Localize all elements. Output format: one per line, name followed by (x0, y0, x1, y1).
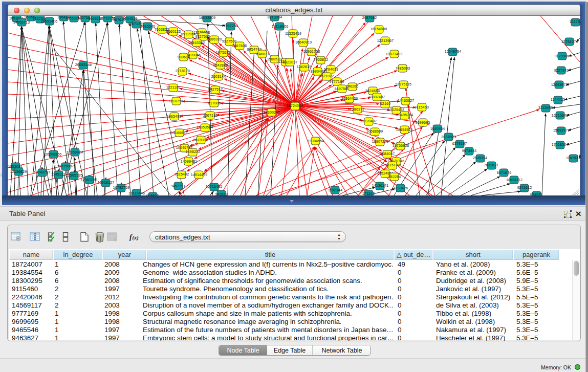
svg-text:12505135: 12505135 (66, 173, 83, 177)
svg-text:8186328: 8186328 (207, 37, 222, 41)
svg-text:16782759: 16782759 (113, 186, 130, 189)
svg-text:7485003: 7485003 (396, 67, 410, 70)
svg-text:13495794: 13495794 (397, 113, 413, 117)
svg-text:989614: 989614 (178, 55, 190, 59)
svg-text:62160: 62160 (380, 102, 390, 105)
svg-text:15692971: 15692971 (553, 128, 570, 132)
svg-text:2087682: 2087682 (362, 16, 377, 19)
svg-text:8938923: 8938923 (442, 135, 456, 139)
svg-text:10958127: 10958127 (98, 181, 115, 184)
svg-text:12156829: 12156829 (10, 170, 27, 173)
svg-text:19975887: 19975887 (57, 164, 74, 168)
svg-text:18907249: 18907249 (372, 140, 389, 143)
svg-text:18724007: 18724007 (287, 104, 303, 107)
svg-text:1362615: 1362615 (297, 65, 312, 69)
svg-text:943512: 943512 (215, 192, 228, 195)
svg-text:14353594: 14353594 (197, 125, 213, 129)
svg-text:12093872: 12093872 (551, 83, 568, 86)
svg-text:12359924: 12359924 (67, 150, 83, 154)
svg-text:16640910: 16640910 (295, 40, 312, 44)
svg-text:3215958: 3215958 (538, 106, 553, 110)
svg-text:2367608: 2367608 (232, 44, 247, 48)
svg-text:15716485: 15716485 (206, 185, 223, 188)
svg-text:9327508: 9327508 (222, 39, 237, 43)
svg-text:1733426: 1733426 (394, 186, 408, 190)
svg-text:1975685: 1975685 (216, 51, 231, 54)
svg-text:14463627: 14463627 (398, 99, 415, 102)
svg-text:3267130: 3267130 (203, 114, 218, 117)
svg-text:1221331: 1221331 (166, 85, 181, 89)
svg-text:16033809: 16033809 (199, 16, 216, 19)
svg-text:9146821: 9146821 (255, 52, 270, 56)
svg-text:9129906: 9129906 (555, 54, 570, 58)
svg-text:1244415: 1244415 (551, 98, 565, 101)
svg-text:9242845: 9242845 (213, 63, 228, 67)
svg-text:1615132: 1615132 (385, 163, 400, 167)
svg-text:10807487: 10807487 (368, 95, 385, 99)
svg-text:16210643: 16210643 (552, 114, 569, 117)
svg-text:924531: 924531 (530, 193, 543, 195)
svg-text:3824554: 3824554 (365, 89, 380, 93)
svg-text:10654112: 10654112 (506, 178, 522, 182)
svg-text:2718170: 2718170 (176, 69, 190, 73)
svg-text:994512: 994512 (146, 194, 159, 195)
svg-text:9227342: 9227342 (554, 69, 569, 72)
svg-text:13942737: 13942737 (34, 170, 51, 174)
svg-text:173342: 173342 (362, 192, 375, 195)
svg-text:8322037: 8322037 (283, 60, 298, 64)
svg-text:9245612: 9245612 (517, 186, 532, 189)
svg-text:9115460: 9115460 (415, 105, 429, 109)
svg-text:7857234: 7857234 (224, 24, 238, 28)
svg-text:16154808: 16154808 (371, 27, 387, 31)
svg-text:6794028: 6794028 (324, 68, 339, 71)
svg-text:817006: 817006 (208, 101, 221, 105)
svg-text:6379197: 6379197 (452, 142, 467, 145)
svg-text:7632621: 7632621 (484, 163, 499, 167)
svg-text:19384554: 19384554 (308, 139, 324, 143)
svg-text:131754: 131754 (570, 20, 580, 24)
svg-text:1192344: 1192344 (328, 188, 342, 192)
svg-text:9084067: 9084067 (380, 152, 395, 156)
svg-text:9699695: 9699695 (416, 121, 430, 124)
svg-text:1640954: 1640954 (430, 127, 445, 130)
svg-text:7515546: 7515546 (141, 25, 156, 28)
svg-text:14914479: 14914479 (191, 173, 208, 177)
svg-text:19654923: 19654923 (396, 128, 413, 132)
svg-text:14136141: 14136141 (372, 184, 389, 187)
svg-text:8990443: 8990443 (311, 70, 325, 73)
svg-text:15720407: 15720407 (360, 119, 377, 123)
svg-text:20206556: 20206556 (45, 152, 62, 156)
svg-text:18300295: 18300295 (264, 111, 280, 114)
svg-text:16961758: 16961758 (303, 50, 320, 53)
svg-text:19166852: 19166852 (171, 131, 188, 135)
svg-text:11325419: 11325419 (285, 32, 301, 35)
svg-text:1167531: 1167531 (566, 156, 580, 160)
svg-text:20053346: 20053346 (75, 63, 92, 67)
svg-text:252254: 252254 (388, 175, 401, 179)
svg-text:8660123: 8660123 (166, 30, 181, 33)
svg-text:7955812: 7955812 (314, 58, 329, 61)
svg-text:17957253: 17957253 (81, 178, 98, 182)
svg-text:9457791: 9457791 (171, 184, 186, 188)
svg-text:10688609: 10688609 (366, 129, 383, 133)
svg-text:8471676: 8471676 (497, 171, 512, 174)
svg-text:7625402: 7625402 (175, 172, 189, 176)
svg-text:9777169: 9777169 (330, 80, 344, 83)
svg-text:1234515: 1234515 (123, 17, 138, 20)
svg-text:16648784: 16648784 (445, 50, 462, 53)
svg-text:(x): (x) (133, 235, 139, 241)
svg-text:19218906: 19218906 (272, 25, 289, 28)
svg-text:10025438: 10025438 (388, 108, 405, 112)
svg-text:9474444: 9474444 (462, 149, 477, 152)
svg-text:17018504: 17018504 (552, 143, 569, 146)
svg-text:746266: 746266 (346, 84, 359, 88)
svg-text:12975115: 12975115 (395, 82, 411, 86)
svg-text:16543362: 16543362 (188, 41, 205, 45)
svg-text:5878312: 5878312 (193, 138, 208, 142)
svg-text:2603144: 2603144 (211, 75, 226, 78)
svg-text:8427512: 8427512 (208, 87, 223, 91)
svg-text:1621022: 1621022 (319, 74, 334, 78)
svg-text:20364436: 20364436 (341, 97, 358, 100)
svg-text:19756928: 19756928 (393, 144, 409, 147)
svg-text:12213967: 12213967 (377, 39, 394, 42)
